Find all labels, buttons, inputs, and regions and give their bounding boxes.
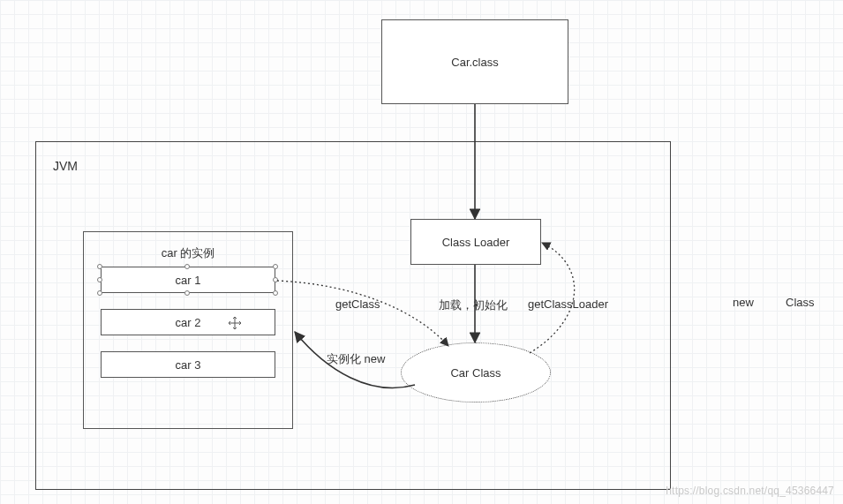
instances-title: car 的实例: [148, 245, 228, 261]
diagram-canvas: Car.class JVM Class Loader car 的实例 car 1…: [0, 0, 843, 504]
jvm-label: JVM: [53, 159, 78, 173]
watermark: https://blog.csdn.net/qq_45366447: [666, 485, 834, 497]
selection-handle-icon: [273, 290, 278, 296]
node-car-class-ellipse[interactable]: Car Class: [401, 342, 551, 402]
node-car-class-file[interactable]: Car.class: [381, 19, 568, 104]
selection-handle-icon: [184, 264, 190, 269]
node-label: car 1: [176, 274, 201, 287]
node-label: Car Class: [450, 366, 501, 380]
node-instance-car3[interactable]: car 3: [101, 351, 275, 378]
edge-label-instantiate: 实例化 new: [327, 351, 385, 367]
selection-handle-icon: [273, 264, 278, 269]
selection-handle-icon: [97, 277, 102, 282]
selection-handle-icon: [184, 290, 190, 296]
node-label: Car.class: [451, 56, 498, 69]
node-label: car 3: [176, 358, 201, 372]
text-new: new: [733, 296, 754, 309]
node-instance-car1[interactable]: car 1: [101, 267, 275, 293]
selection-handle-icon: [273, 277, 278, 282]
node-label: Class Loader: [442, 236, 510, 249]
selection-handle-icon: [97, 264, 102, 269]
node-instance-car2[interactable]: car 2: [101, 309, 275, 335]
edge-label-getclassloader: getClassLoader: [528, 297, 608, 311]
node-class-loader[interactable]: Class Loader: [410, 219, 541, 265]
edge-label-getclass: getClass: [335, 297, 380, 311]
text-class: Class: [786, 296, 815, 309]
edge-label-load-init: 加载，初始化: [439, 297, 508, 313]
node-label: car 2: [176, 316, 201, 329]
selection-handle-icon: [97, 290, 102, 296]
